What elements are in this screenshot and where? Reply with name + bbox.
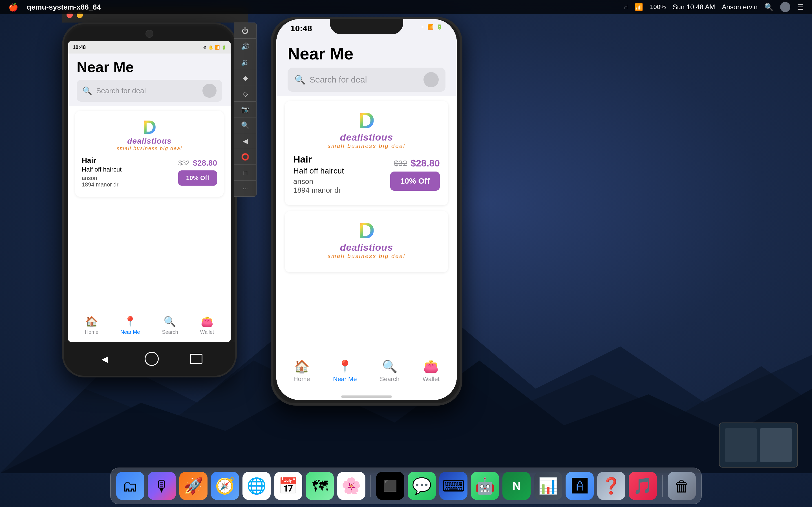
ios-near-me-icon: 📍 xyxy=(337,359,353,374)
ios-nav-wallet[interactable]: 👛 Wallet xyxy=(423,359,440,383)
android-nav-near-me[interactable]: 📍 Near Me xyxy=(120,316,140,335)
ios-deal-desc-1: Half off haircut xyxy=(293,166,344,175)
android-camera xyxy=(146,30,153,38)
qemu-more-btn[interactable]: ··· xyxy=(234,180,256,196)
dock-vscode[interactable]: ⌨ xyxy=(439,472,467,500)
ios-logo-letter-2: D xyxy=(358,219,375,242)
node-icon: N xyxy=(513,480,521,492)
qemu-home-btn[interactable]: ⭕ xyxy=(234,149,256,165)
dock-calendar[interactable]: 📅 xyxy=(274,472,302,500)
android-nav-wallet[interactable]: 👛 Wallet xyxy=(200,316,214,335)
finder-icon: 🗂 xyxy=(122,477,138,495)
qemu-volume-down-btn[interactable]: 🔉 xyxy=(234,54,256,70)
user-avatar[interactable] xyxy=(780,2,790,12)
ios-notch xyxy=(330,19,403,34)
ios-search-nav-icon: 🔍 xyxy=(382,359,398,374)
messages-icon: 💬 xyxy=(412,476,432,495)
android-home-hw-btn[interactable] xyxy=(145,352,159,366)
qemu-back-btn[interactable]: ◀ xyxy=(234,133,256,149)
ios-deal-card-1[interactable]: D dealistious small business big deal Ha… xyxy=(285,101,448,205)
menubar: 🍎 qemu-system-x86_64 ⑁ 📶 100% Sun 10:48 … xyxy=(0,0,812,14)
android-deal-prices: $32 $28.80 xyxy=(178,159,217,168)
android-deal-address: 1894 manor dr xyxy=(82,181,121,188)
menubar-left: 🍎 qemu-system-x86_64 xyxy=(8,3,101,12)
dock-messages[interactable]: 💬 xyxy=(408,472,436,500)
android-nav-bar: ◀ xyxy=(64,342,235,376)
siri-icon: 🎙 xyxy=(154,477,170,495)
ios-deal-left-1: Hair Half off haircut anson 1894 manor d… xyxy=(293,154,344,194)
dock-finder[interactable]: 🗂 xyxy=(116,472,144,500)
android-deal-card-1[interactable]: D dealistious small business big deal Ha… xyxy=(75,111,224,197)
dock-help[interactable]: ❓ xyxy=(597,472,625,500)
ios-search-round-btn[interactable] xyxy=(423,72,439,87)
ios-search-icon: 🔍 xyxy=(294,74,306,85)
qemu-tag1-btn[interactable]: ◆ xyxy=(234,70,256,86)
ios-home-indicator xyxy=(276,393,457,400)
qemu-volume-up-btn[interactable]: 🔊 xyxy=(234,39,256,54)
ios-search-label: Search xyxy=(380,376,400,383)
android-app-scroll-content[interactable]: D dealistious small business big deal Ha… xyxy=(68,106,231,311)
stats-icon: 📊 xyxy=(538,476,558,495)
ios-bottom-nav: 🏠 Home 📍 Near Me 🔍 Search 👛 Wallet xyxy=(276,354,457,393)
dock-launchpad[interactable]: 🚀 xyxy=(179,472,207,500)
android-logo-name: dealistious xyxy=(127,136,171,146)
dock-music[interactable]: 🎵 xyxy=(629,472,657,500)
control-center-icon[interactable]: ☰ xyxy=(797,3,804,11)
qemu-zoom-btn[interactable]: 🔍 xyxy=(234,117,256,133)
menu-time: Sun 10:48 AM xyxy=(672,3,715,11)
dock-android-studio[interactable]: 🤖 xyxy=(471,472,499,500)
trash-icon: 🗑 xyxy=(674,477,690,495)
ios-search-bar[interactable]: 🔍 Search for deal xyxy=(288,68,446,92)
android-deal-category: Hair xyxy=(82,156,121,165)
thumbnail-preview[interactable] xyxy=(719,422,798,467)
vscode-icon: ⌨ xyxy=(442,477,465,495)
apple-menu[interactable]: 🍎 xyxy=(8,3,18,12)
dock-safari[interactable]: 🧭 xyxy=(211,472,239,500)
android-nav-search[interactable]: 🔍 Search xyxy=(162,316,178,335)
ios-logo-tagline-1: small business big deal xyxy=(327,143,405,149)
ios-nav-near-me[interactable]: 📍 Near Me xyxy=(333,359,357,383)
android-wifi-icon: 📶 xyxy=(215,45,220,50)
ios-home-icon: 🏠 xyxy=(294,359,310,374)
android-nav-home[interactable]: 🏠 Home xyxy=(85,316,98,335)
ios-logo-tagline-2: small business big deal xyxy=(327,253,405,260)
music-icon: 🎵 xyxy=(633,476,653,495)
android-phone-container: ⏻ 🔊 🔉 ◆ ◇ 📷 🔍 ◀ ⭕ □ ··· 10:48 ⚙ 🔔 📶 🔋 xyxy=(62,22,237,378)
dock-node[interactable]: N xyxy=(502,472,530,500)
android-search-round-btn[interactable] xyxy=(202,83,216,98)
qemu-power-btn[interactable]: ⏻ xyxy=(234,23,256,39)
android-back-btn[interactable]: ◀ xyxy=(96,350,113,367)
wifi-icon: 📶 xyxy=(635,3,643,11)
dock-chrome[interactable]: 🌐 xyxy=(243,472,271,500)
ios-deal-prices-1: $32 $28.80 xyxy=(394,158,440,169)
dock-appstore[interactable]: 🅰 xyxy=(566,472,594,500)
android-search-icon: 🔍 xyxy=(82,86,92,96)
ios-logo-letter-1: D xyxy=(358,109,375,132)
qemu-tag2-btn[interactable]: ◇ xyxy=(234,86,256,102)
dock-terminal[interactable]: ⬛ xyxy=(376,472,404,500)
android-recents-btn[interactable] xyxy=(190,354,202,364)
spotlight-icon[interactable]: 🔍 xyxy=(764,3,773,11)
qemu-square-btn[interactable]: □ xyxy=(234,165,256,180)
ios-deal-card-2[interactable]: D dealistious small business big deal xyxy=(285,211,448,272)
ios-wallet-label: Wallet xyxy=(423,376,440,383)
android-search-bar[interactable]: 🔍 Search for deal xyxy=(77,80,222,102)
android-discount-badge[interactable]: 10% Off xyxy=(178,170,217,186)
dock-maps[interactable]: 🗺 xyxy=(306,472,334,500)
ios-app-scroll-content[interactable]: D dealistious small business big deal Ha… xyxy=(276,96,457,354)
android-app-content: 10:48 ⚙ 🔔 📶 🔋 Near Me 🔍 Search for deal xyxy=(68,41,231,342)
dock-trash[interactable]: 🗑 xyxy=(668,472,696,500)
ios-nav-home[interactable]: 🏠 Home xyxy=(294,359,310,383)
android-logo-letter: D xyxy=(142,117,156,136)
app-name[interactable]: qemu-system-x86_64 xyxy=(27,3,101,11)
appstore-icon: 🅰 xyxy=(572,477,588,495)
thumb-left xyxy=(725,428,757,462)
qemu-camera-btn[interactable]: 📷 xyxy=(234,102,256,117)
ios-nav-search[interactable]: 🔍 Search xyxy=(380,359,400,383)
dock-photos[interactable]: 🌸 xyxy=(337,472,365,500)
ios-logo-name-1: dealistious xyxy=(340,132,393,143)
dock-siri[interactable]: 🎙 xyxy=(148,472,176,500)
dock-stats[interactable]: 📊 xyxy=(534,472,562,500)
ios-original-price-1: $32 xyxy=(394,159,407,168)
ios-discount-badge-1[interactable]: 10% Off xyxy=(390,172,440,191)
